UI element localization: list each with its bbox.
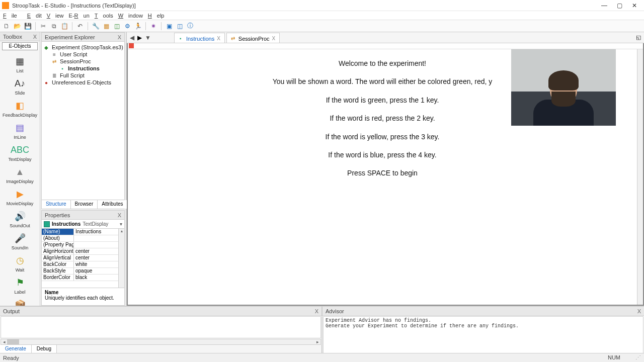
property-row[interactable]: (Property Pages) [42, 242, 118, 248]
cut-icon[interactable]: ✂ [39, 22, 48, 31]
app-icon [2, 2, 9, 9]
grid-icon[interactable]: ▦ [102, 22, 111, 31]
ruler-marker-icon [129, 43, 134, 48]
menu-erun[interactable]: E-Run [69, 13, 90, 19]
output-header: Output X [0, 307, 321, 316]
toolbox-item-soundin[interactable]: 🎤SoundIn [0, 230, 40, 252]
property-row[interactable]: BackColorwhite [42, 261, 118, 268]
properties-selector[interactable]: Instructions TextDisplay ▾ [42, 220, 124, 229]
tree-item[interactable]: ≡User Script [43, 51, 123, 58]
property-row[interactable]: (Name)Instructions [42, 229, 118, 235]
menu-edit[interactable]: Edit [27, 13, 42, 19]
property-row[interactable]: AlignHorizontalcenter [42, 248, 118, 255]
undo-icon[interactable]: ↶ [75, 22, 85, 31]
property-grid[interactable]: (Name)Instructions(About)(Property Pages… [42, 229, 118, 288]
toolbox-item-soundout[interactable]: 🔊SoundOut [0, 208, 40, 230]
output-close-icon[interactable]: X [315, 308, 318, 314]
dropdown-icon[interactable]: ▾ [120, 221, 122, 227]
windows-icon[interactable]: ◫ [175, 22, 184, 31]
nav-back-icon[interactable]: ◀ [130, 34, 134, 41]
tree-item[interactable]: ▪Instructions [43, 65, 123, 72]
resize-grip-icon[interactable]: ⋰ [635, 354, 641, 361]
toolbox-item-packagecall[interactable]: 📦PackageCall [0, 297, 40, 306]
toolbox-item-label[interactable]: ⚑Label [0, 275, 40, 297]
properties-scrollbar[interactable]: ▴ [118, 229, 124, 288]
info-icon[interactable]: ⓘ [186, 22, 195, 31]
run-icon[interactable]: ⚙ [123, 22, 132, 31]
menu-view[interactable]: View [47, 13, 64, 19]
toolbox-title: Toolbox [3, 34, 22, 40]
toolbox-item-wait[interactable]: ◷Wait [0, 252, 40, 275]
save-icon[interactable]: 💾 [23, 22, 32, 31]
output-body[interactable] [1, 316, 321, 338]
toolbox-item-textdisplay[interactable]: ABCTextDisplay [0, 142, 40, 164]
toolbox-close-icon[interactable]: X [33, 34, 37, 40]
open-icon[interactable]: 📂 [13, 22, 22, 31]
tool-icon[interactable]: 🔧 [91, 22, 100, 31]
copy-icon[interactable]: ⧉ [49, 22, 58, 31]
menu-tools[interactable]: Tools [95, 13, 113, 19]
toolbox-item-moviedisplay[interactable]: ▶MovieDisplay [0, 186, 40, 208]
paste-icon[interactable]: 📋 [60, 22, 69, 31]
advisor-body[interactable]: Experiment Advisor has no findings.Gener… [323, 316, 643, 353]
output-title: Output [3, 308, 20, 314]
text-editor[interactable]: Welcome to the experiment!You will be sh… [128, 49, 637, 305]
output-hscrollbar[interactable]: ◂▸ [1, 339, 321, 345]
settings-icon[interactable]: ✷ [149, 22, 158, 31]
toolbox-tab-eobjects[interactable]: E-Objects [2, 42, 38, 50]
new-icon[interactable]: 🗋 [2, 22, 11, 31]
tab-structure[interactable]: Structure [42, 200, 71, 209]
toolbox-item-inline[interactable]: ▤InLine [0, 120, 40, 142]
toolbox-item-imagedisplay[interactable]: ▲ImageDisplay [0, 164, 40, 186]
advisor-panel: Advisor X Experiment Advisor has no find… [323, 307, 644, 354]
tree-item[interactable]: ●Unreferenced E-Objects [43, 79, 123, 86]
tab-close-icon[interactable]: X [217, 36, 220, 41]
nav-play-icon[interactable]: ▶ [137, 34, 142, 41]
doc-tab-sessionproc[interactable]: ⇄SessionProcX [226, 33, 280, 43]
property-row[interactable]: BackStyleopaque [42, 268, 118, 275]
property-row[interactable]: (About) [42, 235, 118, 242]
explorer-title: Experiment Explorer [45, 34, 95, 40]
experiment-explorer-panel: Experiment Explorer X ◆Experiment (Stroo… [41, 32, 125, 209]
person-run-icon[interactable]: 🏃 [133, 22, 142, 31]
property-row[interactable]: BorderColorblack [42, 275, 118, 281]
restore-icon[interactable]: ◱ [633, 32, 644, 43]
minimize-button[interactable]: — [597, 1, 612, 11]
toolbox-item-list[interactable]: ▦List [0, 53, 40, 75]
tab-close-icon[interactable]: X [272, 36, 276, 41]
separator [88, 22, 88, 30]
maximize-button[interactable]: ▢ [612, 1, 627, 11]
text-line: If the word is yellow, press the 3 key. [132, 128, 633, 146]
status-num: NUM [608, 354, 620, 361]
properties-title: Properties [45, 212, 70, 218]
advisor-close-icon[interactable]: X [637, 308, 641, 314]
separator [35, 22, 36, 30]
close-button[interactable]: ✕ [627, 1, 642, 11]
toolbox-item-slide[interactable]: A♪Slide [0, 75, 40, 98]
explorer-close-icon[interactable]: X [118, 34, 121, 40]
tree-item[interactable]: ⇄SessionProc [43, 58, 123, 65]
nav-down-icon[interactable]: ▼ [145, 34, 151, 41]
explorer-tree[interactable]: ◆Experiment (StroopTask.es3)≡User Script… [42, 42, 124, 200]
window-icon[interactable]: ▣ [165, 22, 174, 31]
menu-file[interactable]: File [3, 13, 22, 19]
properties-header: Properties X [42, 211, 124, 220]
tree-item[interactable]: ◆Experiment (StroopTask.es3) [43, 44, 123, 51]
separator [72, 22, 72, 30]
menu-help[interactable]: Help [148, 13, 165, 19]
toolbox-item-feedbackdisplay[interactable]: ◧FeedbackDisplay [0, 98, 40, 120]
tab-browser[interactable]: Browser [71, 200, 98, 209]
editor-vscrollbar[interactable] [637, 49, 643, 305]
menu-window[interactable]: Window [118, 13, 143, 19]
tree-item[interactable]: ≣Full Script [43, 72, 123, 79]
separator [161, 22, 162, 30]
advisor-title: Advisor [326, 308, 344, 314]
box-icon[interactable]: ◫ [112, 22, 121, 31]
menubar: File Edit View E-Run Tools Window Help [0, 11, 644, 20]
tab-attributes[interactable]: Attributes [98, 200, 127, 209]
properties-close-icon[interactable]: X [118, 212, 121, 218]
property-row[interactable]: AlignVerticalcenter [42, 255, 118, 261]
statusbar: Ready NUM ⋰ [0, 353, 644, 362]
toolbox-header: Toolbox X [0, 32, 40, 41]
doc-tab-instructions[interactable]: ▪InstructionsX [174, 33, 225, 43]
